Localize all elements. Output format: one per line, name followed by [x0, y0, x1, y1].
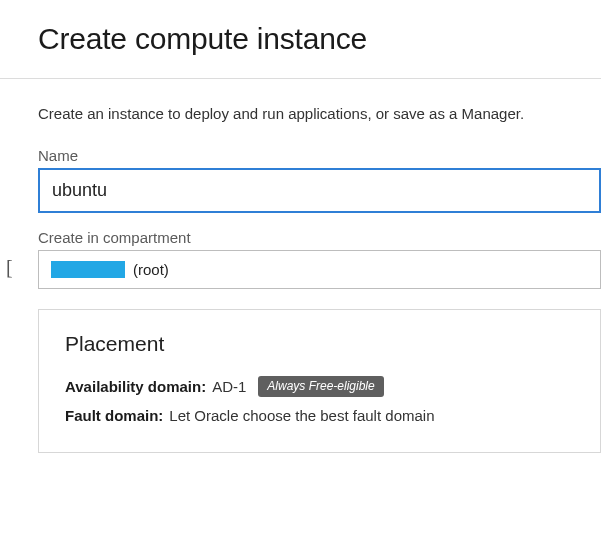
compartment-select[interactable]: (root) — [38, 250, 601, 289]
placement-title: Placement — [65, 332, 574, 356]
availability-domain-label: Availability domain: — [65, 378, 206, 395]
description-text: Create an instance to deploy and run app… — [38, 103, 601, 125]
page-content: Create an instance to deploy and run app… — [0, 79, 601, 453]
availability-domain-row: Availability domain: AD-1 Always Free-el… — [65, 376, 574, 397]
compartment-label: Create in compartment — [38, 229, 601, 246]
fault-domain-label: Fault domain: — [65, 407, 163, 424]
redacted-block-icon — [51, 261, 125, 278]
availability-domain-value: AD-1 — [212, 378, 246, 395]
name-label: Name — [38, 147, 601, 164]
compartment-field-group: Create in compartment (root) — [38, 229, 601, 289]
free-eligible-badge: Always Free-eligible — [258, 376, 383, 397]
name-input[interactable] — [38, 168, 601, 213]
placement-panel: Placement Availability domain: AD-1 Alwa… — [38, 309, 601, 453]
fault-domain-row: Fault domain: Let Oracle choose the best… — [65, 407, 574, 424]
page-title: Create compute instance — [38, 22, 601, 56]
page-header: Create compute instance — [0, 0, 601, 79]
compartment-value: (root) — [133, 261, 169, 278]
fault-domain-value: Let Oracle choose the best fault domain — [169, 407, 434, 424]
name-field-group: Name — [38, 147, 601, 213]
